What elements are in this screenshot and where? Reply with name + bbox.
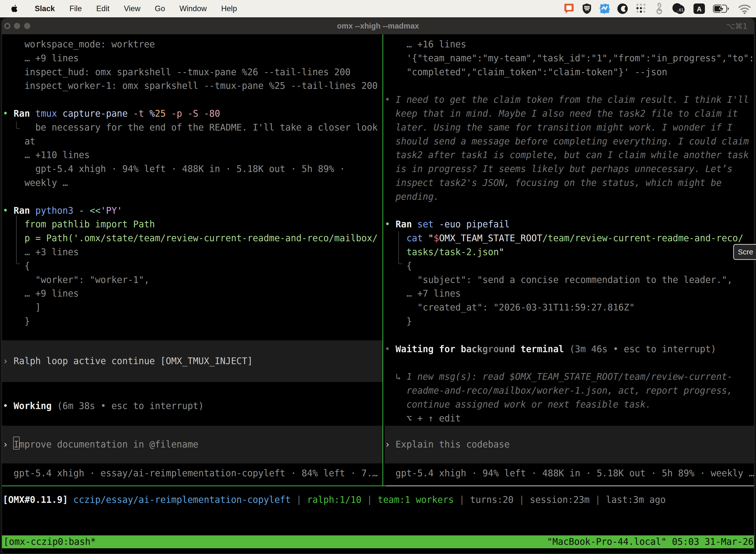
terminal-row: inspect task2's JSON, focusing on the st… (385, 176, 721, 190)
terminal-row: • I need to get the claim token from the… (385, 93, 749, 107)
terminal-row: … +16 lines (385, 38, 466, 51)
terminal-text-segment: gpt-5.4 xhigh · 94% left · 488K in · 5.1… (385, 468, 754, 479)
terminal-row: at (3, 134, 35, 149)
terminal-text-segment: inspect_hud: omx sparkshell --tmux-pane … (3, 67, 351, 77)
terminal-text-segment: inspect task2's JSON, focusing on the st… (385, 177, 721, 188)
menu-item-help[interactable]: Help (214, 4, 244, 13)
omx-status-row: [OMX#0.11.9] cczip/essay/ai-reimplementa… (3, 493, 666, 507)
terminal-text-segment: • (3, 108, 14, 119)
terminal-row: • Ran tmux capture-pane -t %25 -p -S -80 (3, 107, 220, 121)
terminal-text-segment: inspect_worker-1: omx sparkshell --tmux-… (3, 80, 378, 91)
menu-item-go[interactable]: Go (147, 4, 172, 13)
terminal-row: … +7 lines (385, 287, 461, 300)
terminal-row: '{"team_name":"my-team","task_id":"1","f… (385, 51, 754, 65)
menu-item-file[interactable]: File (62, 4, 89, 13)
terminal-row: ] (3, 300, 41, 315)
tmux-pane-left[interactable]: workspace_mode: worktree … +9 lines insp… (2, 34, 382, 486)
terminal-text-segment (3, 219, 24, 230)
wifi-icon[interactable] (733, 0, 756, 17)
terminal-text-segment: 25 (155, 108, 171, 119)
window-title: omx --xhigh --madmax (2, 18, 754, 34)
terminal-text-segment (385, 247, 406, 258)
window-shortcut-hint: ⌥⌘1 (726, 18, 748, 34)
status-segment: ralph:1/10 (307, 494, 361, 505)
terminal-row: ⌥ + ↑ edit (385, 411, 461, 426)
apple-logo-icon[interactable] (11, 5, 18, 13)
terminal-row: "created_at": "2026-03-31T11:59:27.816Z" (385, 300, 635, 315)
terminal-text-segment: weekly … (3, 177, 68, 188)
terminal-text-segment: " (428, 233, 434, 243)
screen-share-pill[interactable]: Scre (733, 244, 756, 260)
terminal-text-segment: -euo pipefail (439, 219, 510, 230)
tmux-pane-right[interactable]: … +16 lines '{"team_name":"my-team","tas… (385, 34, 754, 486)
terminal-row: keep that in mind. Maybe I also need the… (385, 107, 738, 121)
terminal-text-segment: pending. (385, 191, 439, 202)
terminal-row: • Waiting for background terminal (3m 46… (385, 342, 716, 356)
terminal-text-segment: tmux (35, 108, 63, 119)
terminal-row: cat "$OMX_TEAM_STATE_ROOT/team/review-cu… (385, 231, 743, 245)
terminal-text-segment: } (3, 316, 30, 327)
terminal-row: gpt-5.4 xhigh · essay/ai-reimplementatio… (3, 466, 378, 480)
terminal-row: gpt-5.4 xhigh · 94% left · 488K in · 5.1… (385, 466, 754, 480)
terminal-text-segment: Waiting for background terminal (396, 344, 564, 354)
status-segment: turns:20 (470, 494, 513, 505)
menu-item-view[interactable]: View (117, 4, 147, 13)
terminal-text-segment: task2 after task1 is complete, but can I… (385, 150, 749, 160)
status-segment: | (361, 494, 378, 505)
terminal-text-segment: ⌥ + ↑ edit (385, 413, 461, 424)
terminal-text-segment: is in progress? It seems likely but perh… (385, 164, 733, 174)
terminal-text-segment: "completed","claim_token":"claim-token"}… (385, 67, 667, 77)
terminal-text-segment: • (3, 401, 14, 411)
terminal-text-segment: … +7 lines (385, 288, 461, 299)
terminal-text-segment: gpt-5.4 xhigh · essay/ai-reimplementatio… (3, 468, 378, 479)
terminal-text-segment: Working (14, 401, 52, 411)
pane-divider[interactable] (382, 34, 383, 486)
terminal-text-segment: Ralph loop active continue [OMX_TMUX_INJ… (14, 356, 253, 366)
terminal-row: • Ran python3 - <<'PY' (3, 204, 122, 218)
camera-status-icon[interactable] (614, 0, 631, 17)
network-count-badge[interactable]: ..61 (668, 0, 689, 17)
terminal-row: inspect_hud: omx sparkshell --tmux-pane … (3, 65, 351, 79)
terminal-text-segment: << (90, 205, 101, 216)
window-titlebar[interactable]: omx --xhigh --madmax ⌥⌘1 (2, 18, 754, 34)
menu-app-name[interactable]: Slack (27, 4, 62, 13)
text-cursor (13, 437, 19, 449)
terminal-row: workspace_mode: worktree (3, 38, 155, 51)
input-source-icon[interactable]: A (689, 0, 709, 17)
terminal-text-segment: p = Path('.omx/state/team/review-current… (24, 233, 378, 243)
menu-item-edit[interactable]: Edit (89, 4, 117, 13)
terminal-row: "worker": "worker-1", (3, 273, 149, 287)
terminal-row: "completed","claim_token":"claim-token"}… (385, 65, 667, 79)
chat-bubble-status-icon[interactable] (560, 0, 578, 17)
dots-grid-status-icon[interactable] (631, 0, 650, 17)
terminal-row: … +9 lines (3, 51, 79, 65)
terminal-row: task2 after task1 is complete, but can I… (385, 148, 749, 162)
terminal-text-segment: • (385, 219, 396, 230)
terminal-text-segment: … +16 lines (385, 39, 466, 50)
terminal-text-segment: › (385, 439, 396, 450)
terminal-text-segment: "created_at": "2026-03-31T11:59:27.816Z" (385, 302, 635, 313)
terminal-text-segment: -t (133, 108, 149, 119)
active-pane-border (2, 486, 386, 486)
terminal-text-segment: › (3, 356, 14, 366)
activity-status-icon[interactable] (596, 0, 614, 17)
terminal-row: … +110 lines (3, 148, 90, 162)
terminal-row: ↳ 1 new msg(s): read $OMX_TEAM_STATE_ROO… (385, 370, 733, 384)
status-segment: | (514, 494, 530, 505)
terminal-row: "subject": "send a concise recommendatio… (385, 273, 733, 287)
terminal-text-segment: % (149, 108, 155, 119)
terminal-text-segment (385, 233, 406, 243)
terminal-text-segment: I need to get the claim token from the c… (396, 94, 749, 105)
terminal-text-segment: workspace_mode: worktree (3, 39, 155, 50)
terminal-text-segment: -p -S -80 (171, 108, 220, 119)
terminal-text-segment: 'PY' (101, 205, 122, 216)
shield-grid-status-icon[interactable] (578, 0, 596, 17)
terminal-row: is in progress? It seems likely but perh… (385, 162, 733, 176)
status-segment: [OMX#0.11.9] (3, 494, 68, 505)
terminal-text-segment: cat (406, 233, 428, 243)
terminal-text-segment: … +9 lines (3, 288, 79, 299)
menu-item-window[interactable]: Window (172, 4, 214, 13)
dragon-status-icon[interactable] (650, 0, 668, 17)
battery-icon[interactable] (709, 0, 733, 17)
terminal-text-segment: - (79, 205, 90, 216)
